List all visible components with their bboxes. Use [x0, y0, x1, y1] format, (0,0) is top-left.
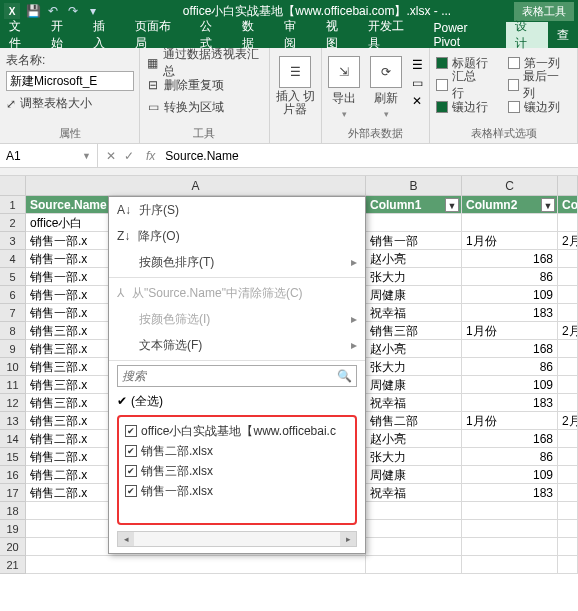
cell[interactable]: [558, 466, 578, 484]
props-icon[interactable]: ☰: [412, 58, 423, 72]
cell[interactable]: [462, 538, 558, 556]
cell[interactable]: 2月: [558, 412, 578, 430]
tab-layout[interactable]: 页面布局: [126, 22, 192, 48]
cell[interactable]: 祝幸福: [366, 484, 462, 502]
cell[interactable]: 168: [462, 340, 558, 358]
text-filter[interactable]: 文本筛选(F)▸: [109, 332, 365, 358]
cell[interactable]: 109: [462, 286, 558, 304]
cell[interactable]: 2月: [558, 322, 578, 340]
cell[interactable]: 张大力: [366, 268, 462, 286]
row-header[interactable]: 18: [0, 502, 26, 520]
cell[interactable]: 2月: [558, 232, 578, 250]
row-header[interactable]: 11: [0, 376, 26, 394]
cell[interactable]: 赵小亮: [366, 250, 462, 268]
cell[interactable]: 张大力: [366, 448, 462, 466]
tab-review[interactable]: 审阅: [275, 22, 317, 48]
cell[interactable]: [366, 214, 462, 232]
cell[interactable]: [558, 502, 578, 520]
cell[interactable]: 销售三部: [366, 322, 462, 340]
cell[interactable]: 销售二部: [366, 412, 462, 430]
cell[interactable]: [366, 538, 462, 556]
cancel-icon[interactable]: ✕: [106, 149, 116, 163]
cell[interactable]: [558, 340, 578, 358]
cell[interactable]: 1月份: [462, 412, 558, 430]
filter-item[interactable]: ✔销售三部.xlsx: [125, 461, 349, 481]
filter-item-checkbox[interactable]: ✔: [125, 445, 137, 457]
cell[interactable]: 周健康: [366, 286, 462, 304]
convert-range-button[interactable]: ▭转换为区域: [146, 96, 263, 118]
cell[interactable]: [366, 556, 462, 574]
row-header[interactable]: 15: [0, 448, 26, 466]
col-header-d[interactable]: [558, 176, 578, 196]
sort-by-color[interactable]: 按颜色排序(T)▸: [109, 249, 365, 275]
fx-icon[interactable]: fx: [142, 149, 159, 163]
cell[interactable]: [558, 250, 578, 268]
cell[interactable]: 183: [462, 304, 558, 322]
filter-item-checkbox[interactable]: ✔: [125, 425, 137, 437]
cell[interactable]: [558, 358, 578, 376]
row-header[interactable]: 20: [0, 538, 26, 556]
name-box[interactable]: A1▼: [0, 144, 98, 167]
save-icon[interactable]: 💾: [26, 4, 40, 18]
row-header[interactable]: 14: [0, 430, 26, 448]
cell[interactable]: [558, 286, 578, 304]
col-header-b[interactable]: B: [366, 176, 462, 196]
remove-duplicates-button[interactable]: ⊟删除重复项: [146, 74, 263, 96]
formula-input[interactable]: [159, 144, 578, 167]
cell[interactable]: [558, 556, 578, 574]
row-header[interactable]: 5: [0, 268, 26, 286]
filter-search-input[interactable]: [122, 369, 337, 383]
table-header-col1[interactable]: Column1▼: [366, 196, 462, 214]
pivot-summary-button[interactable]: ▦通过数据透视表汇总: [146, 52, 263, 74]
cell[interactable]: 86: [462, 268, 558, 286]
cell[interactable]: 张大力: [366, 358, 462, 376]
cell[interactable]: 168: [462, 430, 558, 448]
cell[interactable]: 86: [462, 358, 558, 376]
cell[interactable]: [558, 376, 578, 394]
filter-dropdown-icon[interactable]: ▼: [541, 198, 555, 212]
last-col-checkbox[interactable]: [508, 79, 520, 91]
tab-search[interactable]: 查: [548, 22, 578, 48]
cell[interactable]: [462, 502, 558, 520]
row-header[interactable]: 2: [0, 214, 26, 232]
unlink-icon[interactable]: ✕: [412, 94, 423, 108]
filter-item[interactable]: ✔销售一部.xlsx: [125, 481, 349, 501]
cell[interactable]: 1月份: [462, 232, 558, 250]
tab-insert[interactable]: 插入: [84, 22, 126, 48]
resize-table-button[interactable]: ⤢调整表格大小: [6, 95, 133, 112]
row-header[interactable]: 7: [0, 304, 26, 322]
row-header[interactable]: 3: [0, 232, 26, 250]
cell[interactable]: [558, 538, 578, 556]
cell[interactable]: [558, 268, 578, 286]
cell[interactable]: 周健康: [366, 466, 462, 484]
filter-search[interactable]: 🔍: [117, 365, 357, 387]
cell[interactable]: 销售一部: [366, 232, 462, 250]
cell[interactable]: [558, 394, 578, 412]
cell[interactable]: [558, 448, 578, 466]
tab-design[interactable]: 设计: [506, 22, 548, 48]
tab-home[interactable]: 开始: [42, 22, 84, 48]
sort-desc[interactable]: Z↓降序(O): [109, 223, 365, 249]
row-header[interactable]: 16: [0, 466, 26, 484]
table-header-col3[interactable]: Col: [558, 196, 578, 214]
cell[interactable]: 周健康: [366, 376, 462, 394]
redo-icon[interactable]: ↷: [66, 4, 80, 18]
row-header[interactable]: 10: [0, 358, 26, 376]
filter-dropdown-icon[interactable]: ▼: [445, 198, 459, 212]
export-button[interactable]: ⇲导出▾: [328, 52, 360, 119]
row-header[interactable]: 12: [0, 394, 26, 412]
qat-more-icon[interactable]: ▾: [86, 4, 100, 18]
cell[interactable]: 赵小亮: [366, 430, 462, 448]
banded-row-checkbox[interactable]: [436, 101, 448, 113]
row-header[interactable]: 21: [0, 556, 26, 574]
table-header-col2[interactable]: Column2▼: [462, 196, 558, 214]
row-header[interactable]: 9: [0, 340, 26, 358]
tab-dev[interactable]: 开发工具: [359, 22, 425, 48]
col-header-a[interactable]: A: [26, 176, 366, 196]
row-header[interactable]: 1: [0, 196, 26, 214]
cell[interactable]: 祝幸福: [366, 304, 462, 322]
confirm-icon[interactable]: ✓: [124, 149, 134, 163]
refresh-button[interactable]: ⟳刷新▾: [370, 52, 402, 119]
filter-item[interactable]: ✔销售二部.xlsx: [125, 441, 349, 461]
filter-item-checkbox[interactable]: ✔: [125, 465, 137, 477]
